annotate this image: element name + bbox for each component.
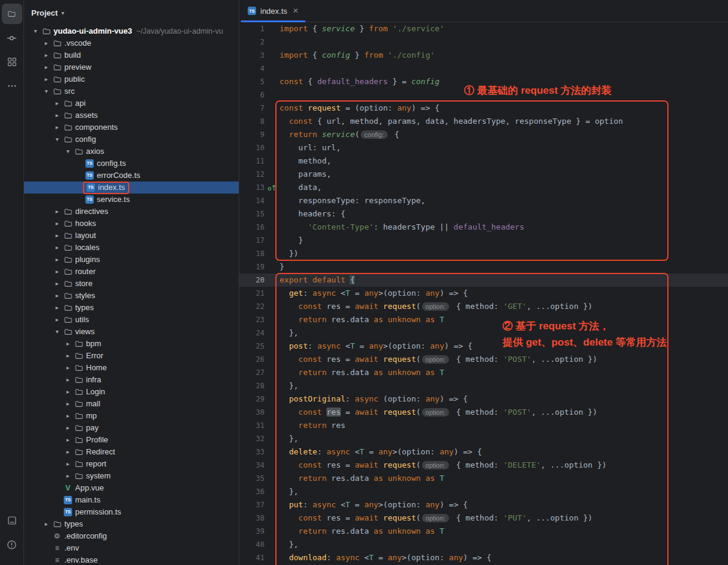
project-panel-header[interactable]: Project ▾ — [24, 0, 239, 25]
chevron-right-icon[interactable]: ▸ — [41, 61, 52, 73]
chevron-right-icon[interactable]: ▸ — [63, 410, 73, 422]
code-line-40[interactable]: 40 }, — [239, 538, 728, 551]
code-line-27[interactable]: 27 return res.data as unknown as T — [239, 366, 728, 379]
chevron-down-icon[interactable]: ▾ — [30, 25, 41, 37]
code-line-34[interactable]: 34 const res = await request(option: { m… — [239, 459, 728, 472]
code-line-41[interactable]: 41 download: async <T = any>(option: any… — [239, 551, 728, 564]
tree-item-Profile[interactable]: ▸Profile — [24, 434, 239, 446]
chevron-down-icon[interactable]: ▾ — [52, 133, 63, 145]
tree-item-report[interactable]: ▸report — [24, 458, 239, 470]
chevron-down-icon[interactable]: ▾ — [63, 145, 73, 157]
more-tool-icon[interactable] — [2, 76, 22, 96]
code-line-36[interactable]: 36 }, — [239, 485, 728, 498]
code-line-23[interactable]: 23 return res.data as unknown as T — [239, 313, 728, 326]
chevron-down-icon[interactable]: ▾ — [61, 10, 64, 16]
code-line-38[interactable]: 38 const res = await request(option: { m… — [239, 512, 728, 525]
code-line-19[interactable]: 19} — [239, 260, 728, 273]
tree-item-Redirect[interactable]: ▸Redirect — [24, 446, 239, 458]
code-line-3[interactable]: 3import { config } from './config' — [239, 49, 728, 62]
chevron-right-icon[interactable]: ▸ — [52, 314, 63, 326]
code-line-12[interactable]: 12 params, — [239, 168, 728, 181]
tree-item-public[interactable]: ▸public — [24, 73, 239, 85]
tree-item-mall[interactable]: ▸mall — [24, 398, 239, 410]
tree-item-axios[interactable]: ▾axios — [24, 145, 239, 157]
chevron-right-icon[interactable]: ▸ — [52, 290, 63, 302]
window-tool-icon[interactable] — [2, 510, 22, 531]
tree-item-styles[interactable]: ▸styles — [24, 290, 239, 302]
code-line-21[interactable]: 21 get: async <T = any>(option: any) => … — [239, 287, 728, 300]
tree-item-assets[interactable]: ▸assets — [24, 109, 239, 121]
tree-item-mp[interactable]: ▸mp — [24, 410, 239, 422]
code-line-32[interactable]: 32 }, — [239, 432, 728, 445]
chevron-right-icon[interactable]: ▸ — [52, 121, 63, 133]
chevron-right-icon[interactable]: ▸ — [52, 97, 63, 109]
tree-item-hooks[interactable]: ▸hooks — [24, 218, 239, 230]
close-icon[interactable]: ✕ — [293, 7, 299, 15]
tree-item-store[interactable]: ▸store — [24, 278, 239, 290]
tree-item-src[interactable]: ▾src — [24, 85, 239, 97]
code-line-37[interactable]: 37 put: async <T = any>(option: any) => … — [239, 498, 728, 512]
chevron-right-icon[interactable]: ▸ — [52, 109, 63, 121]
tree-item-main.ts[interactable]: TSmain.ts — [24, 494, 239, 506]
chevron-right-icon[interactable]: ▸ — [52, 266, 63, 278]
tree-item-build[interactable]: ▸build — [24, 49, 239, 61]
chevron-right-icon[interactable]: ▸ — [63, 362, 73, 374]
tree-item-preview[interactable]: ▸preview — [24, 61, 239, 73]
code-line-13[interactable]: 13 data, — [239, 181, 728, 194]
commit-tool-icon[interactable] — [2, 28, 22, 48]
chevron-right-icon[interactable]: ▸ — [63, 434, 73, 446]
tree-item-types[interactable]: ▸types — [24, 518, 239, 530]
tree-item-system[interactable]: ▸system — [24, 470, 239, 482]
tree-item-.env[interactable]: ≡.env — [24, 542, 239, 554]
tree-item-.env.base[interactable]: ≡.env.base — [24, 554, 239, 565]
tree-item-index.ts[interactable]: TSindex.ts — [24, 182, 239, 194]
tree-item-views[interactable]: ▾views — [24, 326, 239, 338]
chevron-right-icon[interactable]: ▸ — [52, 254, 63, 266]
tree-item-yudao-ui-admin-vue3[interactable]: ▾yudao-ui-admin-vue3~/Java/yudao-ui-admi… — [24, 25, 239, 37]
code-editor[interactable]: 1import { service } from './service'23im… — [239, 22, 728, 565]
code-line-29[interactable]: 29 postOriginal: async (option: any) => … — [239, 392, 728, 406]
code-line-33[interactable]: 33 delete: async <T = any>(option: any) … — [239, 445, 728, 459]
code-line-15[interactable]: 15 headers: { — [239, 207, 728, 221]
tree-item-permission.ts[interactable]: TSpermission.ts — [24, 506, 239, 518]
chevron-right-icon[interactable]: ▸ — [63, 338, 73, 350]
code-line-4[interactable]: 4 — [239, 62, 728, 75]
code-line-7[interactable]: 7const request = (option: any) => { — [239, 102, 728, 115]
code-line-14[interactable]: 14 responseType: responseType, — [239, 194, 728, 207]
code-line-5[interactable]: 5const { default_headers } = config — [239, 75, 728, 88]
chevron-right-icon[interactable]: ▸ — [52, 278, 63, 290]
code-line-17[interactable]: 17 } — [239, 234, 728, 247]
tree-item-api[interactable]: ▸api — [24, 97, 239, 109]
tree-item-service.ts[interactable]: TSservice.ts — [24, 194, 239, 206]
code-line-25[interactable]: 25 post: async <T = any>(option: any) =>… — [239, 340, 728, 353]
tree-item-Home[interactable]: ▸Home — [24, 362, 239, 374]
chevron-right-icon[interactable]: ▸ — [41, 37, 52, 49]
chevron-right-icon[interactable]: ▸ — [63, 470, 73, 482]
tree-item-components[interactable]: ▸components — [24, 121, 239, 133]
chevron-right-icon[interactable]: ▸ — [52, 302, 63, 314]
code-line-35[interactable]: 35 return res.data as unknown as T — [239, 472, 728, 485]
chevron-right-icon[interactable]: ▸ — [52, 206, 63, 218]
chevron-down-icon[interactable]: ▾ — [41, 85, 52, 97]
tree-item-utils[interactable]: ▸utils — [24, 314, 239, 326]
chevron-right-icon[interactable]: ▸ — [63, 386, 73, 398]
tree-item-config[interactable]: ▾config — [24, 133, 239, 145]
code-line-30[interactable]: 30 const res = await request(option: { m… — [239, 406, 728, 419]
code-line-22[interactable]: 22 const res = await request(option: { m… — [239, 300, 728, 313]
tree-item-.vscode[interactable]: ▸.vscode — [24, 37, 239, 49]
chevron-right-icon[interactable]: ▸ — [41, 49, 52, 61]
code-line-1[interactable]: 1import { service } from './service' — [239, 22, 728, 35]
tab-index-ts[interactable]: TS index.ts ✕ — [241, 0, 305, 22]
chevron-right-icon[interactable]: ▸ — [41, 73, 52, 85]
chevron-right-icon[interactable]: ▸ — [63, 446, 73, 458]
tree-item-bpm[interactable]: ▸bpm — [24, 338, 239, 350]
tree-item-Login[interactable]: ▸Login — [24, 386, 239, 398]
tree-item-plugins[interactable]: ▸plugins — [24, 254, 239, 266]
tree-item-Error[interactable]: ▸Error — [24, 350, 239, 362]
code-line-6[interactable]: 6 — [239, 88, 728, 102]
code-line-39[interactable]: 39 return res.data as unknown as T — [239, 525, 728, 538]
tree-item-pay[interactable]: ▸pay — [24, 422, 239, 434]
chevron-right-icon[interactable]: ▸ — [63, 458, 73, 470]
chevron-right-icon[interactable]: ▸ — [63, 422, 73, 434]
code-line-18[interactable]: 18 }) — [239, 247, 728, 260]
